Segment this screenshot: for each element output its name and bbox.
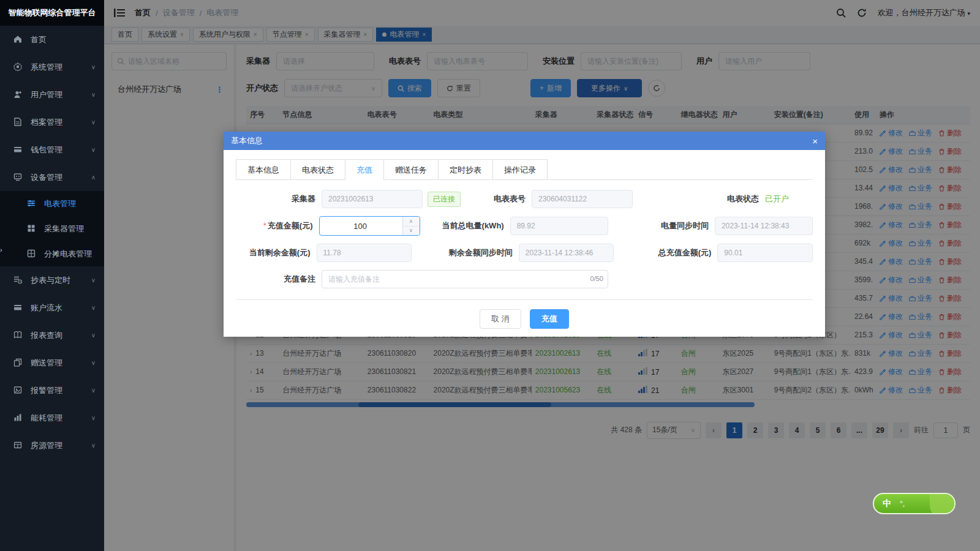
gift-icon [13,358,22,367]
sidebar-item-label: 档案管理 [31,117,91,128]
char-counter: 0/50 [590,275,603,282]
device-icon [13,173,22,181]
recharge-dialog: 基本信息 × 基本信息电表状态充值赠送任务定时抄表操作记录 采集器 202310… [224,132,825,337]
remark-field: 0/50 [322,270,608,288]
total-recharge-label: 总充值金额(元) [614,247,717,258]
collector-icon [27,224,36,233]
sidebar-menu: 首页系统管理∨用户管理∨档案管理∨钱包管理∨设备管理∧电表管理采集器管理分摊电表… [0,26,104,459]
report-icon [13,331,22,339]
sidebar-collapse-handle-icon[interactable]: › [0,246,2,253]
sidebar-subitem-label: 采集器管理 [44,223,96,234]
sidebar-item-label: 能耗管理 [31,413,91,424]
close-icon[interactable]: × [812,136,818,146]
balance-sync-label: 剩余金额同步时间 [412,247,519,258]
chevron-up-icon: ∧ [91,174,96,181]
form-row-3: 当前剩余金额(元) 11.78 剩余金额同步时间 2023-11-14 12:3… [236,244,813,262]
meter-status-label: 电表状态 [633,193,765,204]
energy-icon [13,413,22,422]
recharge-button[interactable]: 充值 [530,309,569,329]
sidebar-subitem-0[interactable]: 电表管理 [0,191,104,216]
sidebar-item-8[interactable]: 报表查询∨ [0,321,104,349]
cancel-button[interactable]: 取 消 [480,309,521,329]
sidebar-item-10[interactable]: 报警管理∨ [0,377,104,404]
ime-lang-toggle[interactable]: 中 [883,498,891,509]
meter-no-label: 电表表号 [461,193,532,204]
amount-stepper: ∧ ∨ [319,216,420,236]
chevron-down-icon: ∨ [91,64,96,70]
dialog-body: 基本信息电表状态充值赠送任务定时抄表操作记录 采集器 20231002613 已… [224,150,825,337]
sidebar-item-label: 赠送管理 [31,358,91,369]
chevron-down-icon: ∨ [91,304,96,311]
collector-label: 采集器 [236,193,322,204]
flow-icon [13,303,22,312]
sidebar-submenu: 电表管理采集器管理分摊电表管理 [0,191,104,266]
sidebar-item-7[interactable]: 账户流水∨ [0,294,104,321]
sidebar-item-11[interactable]: 能耗管理∨ [0,404,104,432]
sidebar-item-5[interactable]: 设备管理∧ [0,163,104,191]
balance-label: 当前剩余金额(元) [236,247,317,258]
meter-icon [27,199,36,208]
home-icon [13,35,22,43]
energy-sync-label: 电量同步时间 [608,220,715,231]
share-meter-icon [27,249,36,258]
chevron-down-icon: ∨ [91,359,96,366]
form-row-1: 采集器 20231002613 已连接 电表表号 230604031122 电表… [236,190,813,208]
balance-value: 11.78 [317,244,412,262]
sidebar-item-label: 报表查询 [31,330,91,341]
sidebar-item-12[interactable]: 房源管理∨ [0,432,104,459]
sidebar-item-label: 房源管理 [31,440,91,451]
balance-sync-value: 2023-11-14 12:38:46 [519,244,614,262]
sidebar-item-6[interactable]: 抄表与定时∨ [0,266,104,294]
dialog-tab-5[interactable]: 操作记录 [493,159,548,180]
meter-no-value: 230604031122 [532,190,633,208]
house-icon [13,441,22,449]
meter-status-value: 已开户 [765,193,789,204]
app-root: 智能物联网综合管理平台 首页系统管理∨用户管理∨档案管理∨钱包管理∨设备管理∧电… [0,0,980,551]
dialog-tab-3[interactable]: 赠送任务 [384,159,439,180]
archive-icon [13,118,22,126]
total-energy-label: 当前总电量(kWh) [420,220,510,231]
sidebar-subitem-label: 电表管理 [44,198,96,209]
stepper-down-icon[interactable]: ∨ [403,227,420,236]
sidebar-item-label: 钱包管理 [31,144,91,156]
stepper-up-icon[interactable]: ∧ [403,217,420,227]
remark-input[interactable] [322,270,608,288]
ime-leaf-icon [930,493,956,514]
amount-label: *充值金额(元) [236,220,319,231]
form-row-2: *充值金额(元) ∧ ∨ 当前总电量(kWh) 89.92 电量同步时间 202… [236,216,813,236]
chevron-down-icon: ∨ [91,387,96,394]
total-energy-value: 89.92 [510,217,608,235]
dialog-title: 基本信息 [231,135,263,146]
remark-label: 充值备注 [236,274,322,285]
sidebar-item-4[interactable]: 钱包管理∨ [0,136,104,163]
app-logo: 智能物联网综合管理平台 [0,0,104,26]
sidebar-item-label: 抄表与定时 [31,275,91,286]
dialog-header: 基本信息 × [224,132,825,150]
dialog-tab-4[interactable]: 定时抄表 [439,159,493,180]
chevron-down-icon: ∨ [91,91,96,98]
sidebar-item-9[interactable]: 赠送管理∨ [0,349,104,377]
chevron-down-icon: ∨ [91,119,96,126]
users-icon [13,90,22,99]
ime-punct-toggle[interactable]: °, [900,500,905,508]
dialog-footer: 取 消 充值 [236,299,813,337]
energy-sync-value: 2023-11-14 12:38:43 [715,217,813,235]
ime-toolbar[interactable]: 中 °, [873,493,956,514]
sidebar-subitem-1[interactable]: 采集器管理 [0,216,104,241]
sidebar-item-label: 设备管理 [31,172,91,183]
form-row-4: 充值备注 0/50 [236,270,813,288]
dialog-tab-0[interactable]: 基本信息 [236,159,291,180]
stepper-buttons: ∧ ∨ [402,217,420,235]
sidebar-item-label: 用户管理 [31,89,91,100]
dialog-tab-2[interactable]: 充值 [345,159,384,180]
total-recharge-value: 90.01 [717,244,813,262]
sidebar-item-3[interactable]: 档案管理∨ [0,108,104,136]
sidebar-subitem-label: 分摊电表管理 [44,249,96,260]
timer-icon [13,276,22,284]
sidebar-item-label: 账户流水 [31,302,91,313]
sidebar-item-0[interactable]: 首页 [0,26,104,53]
sidebar-subitem-2[interactable]: 分摊电表管理 [0,241,104,266]
dialog-tab-1[interactable]: 电表状态 [291,159,345,180]
sidebar-item-2[interactable]: 用户管理∨ [0,81,104,108]
sidebar-item-1[interactable]: 系统管理∨ [0,53,104,81]
